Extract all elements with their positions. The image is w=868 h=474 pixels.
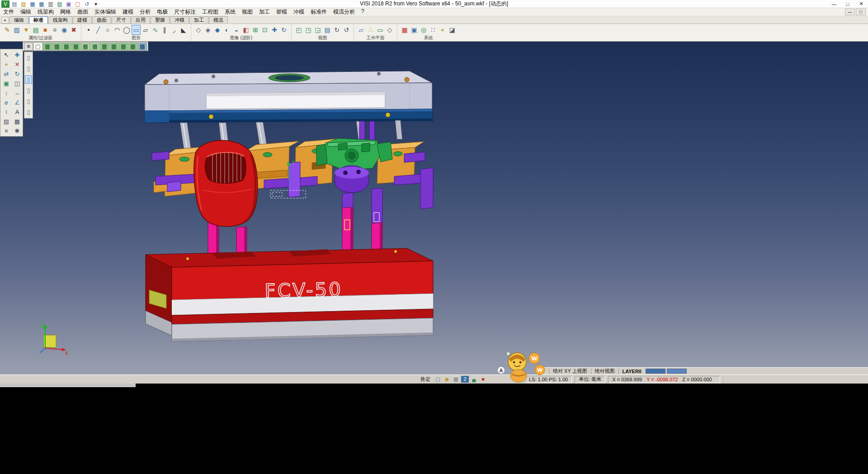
status-material-icon[interactable]: ■ — [479, 376, 487, 383]
group-icon[interactable]: ▩ — [12, 117, 22, 126]
draw-rectangle-icon[interactable]: ▭ — [132, 25, 141, 35]
entity-filter-icon[interactable]: ▼ — [22, 25, 31, 35]
open-file-icon[interactable]: ▧ — [19, 0, 28, 8]
system-colors-icon[interactable]: ▦ — [400, 25, 409, 35]
minimize-button[interactable]: — — [827, 0, 841, 8]
view-iso-icon[interactable]: ◲ — [313, 25, 322, 35]
tab-edit[interactable]: 编辑 — [9, 16, 28, 24]
menu-item-file[interactable]: 文件 — [0, 8, 17, 16]
tab-dimension[interactable]: 尺寸 — [112, 16, 131, 24]
copy-icon[interactable]: ▣ — [1, 79, 11, 88]
cube-view-iso-nw-icon[interactable]: ▦ — [71, 43, 80, 51]
draw-circle-icon[interactable]: ○ — [103, 25, 112, 35]
clipboard-slot-3-icon[interactable]: ▯ — [25, 76, 32, 84]
status-stats-icon[interactable]: ▄ — [470, 376, 478, 383]
export-icon[interactable]: ▢ — [74, 0, 82, 8]
menu-item-surface[interactable]: 曲面 — [74, 8, 91, 16]
display-settings-icon[interactable]: ▣ — [410, 25, 419, 35]
selection-mode-icon[interactable]: ✚ — [12, 50, 22, 59]
measure-icon[interactable]: ⌀ — [1, 98, 11, 107]
clipboard-slot-6-icon[interactable]: ▯ — [25, 108, 32, 116]
menu-item-wireframe[interactable]: 线架构 — [34, 8, 57, 16]
menu-item-drafting[interactable]: 工程图 — [199, 8, 222, 16]
tab-die[interactable]: 冲模 — [170, 16, 189, 24]
mold-base[interactable]: FCV-50 — [146, 248, 433, 341]
graphics-viewport[interactable]: FCV-50 Y Y X ≡▢▦▦▦▦▦▦▦▦▦▦▦ — [0, 42, 868, 374]
draw-arc-icon[interactable]: ◠ — [113, 25, 122, 35]
pan-view-icon[interactable]: ✚ — [270, 25, 279, 35]
tab-wireframe[interactable]: 线架构 — [48, 16, 72, 24]
visibility-filter-icon[interactable]: ◉ — [60, 25, 69, 35]
info-icon[interactable]: i — [1, 107, 11, 116]
view-rotate-icon[interactable]: ↻ — [332, 25, 341, 35]
undo-icon[interactable]: ↺ — [83, 0, 91, 8]
settings-icon[interactable]: ✱ — [12, 126, 22, 135]
view-mode-label[interactable]: 绝对视图 — [594, 368, 616, 374]
dynamic-section-icon[interactable]: ◧ — [241, 25, 250, 35]
cube-view-iso-se-icon[interactable]: ▦ — [43, 43, 52, 51]
select-icon[interactable]: ↖ — [1, 50, 11, 59]
active-layer-label[interactable]: LAYER0 — [621, 369, 643, 374]
draw-spline-icon[interactable]: ∿ — [151, 25, 160, 35]
tab-standard[interactable]: 标准 — [29, 16, 48, 24]
status-help-icon[interactable]: 2 — [461, 376, 469, 383]
cube-view-front-icon[interactable]: ▦ — [100, 43, 109, 51]
visi-logo-icon[interactable]: V — [1, 0, 9, 8]
menu-item-electrode[interactable]: 电极 — [154, 8, 171, 16]
menu-item-mold[interactable]: 塑模 — [273, 8, 290, 16]
zoom-fit-icon[interactable]: ⊡ — [260, 25, 269, 35]
draw-polygon-icon[interactable]: ▱ — [141, 25, 150, 35]
layer-color-swatch-1[interactable] — [646, 369, 665, 374]
render-options-icon[interactable]: ◪ — [448, 25, 457, 35]
cube-view-iso-sw-icon[interactable]: ▦ — [52, 43, 61, 51]
render-shaded-edges-icon[interactable]: ◐ — [222, 25, 231, 35]
print-icon[interactable]: ▥ — [47, 0, 55, 8]
workplane-3point-icon[interactable]: ∴ — [366, 25, 375, 35]
red-molded-part[interactable] — [194, 140, 258, 226]
view-top-icon[interactable]: ◰ — [294, 25, 303, 35]
menu-item-modeling[interactable]: 建模 — [119, 8, 137, 16]
draw-offset-icon[interactable]: ∥ — [160, 25, 169, 35]
erase-icon[interactable]: ✕ — [12, 60, 22, 69]
tab-molding[interactable]: 塑膜 — [151, 16, 170, 24]
tab-modeling[interactable]: 建模 — [73, 16, 92, 24]
cube-view-bottom-icon[interactable]: ▦ — [90, 43, 99, 51]
status-display-icon[interactable]: ▢ — [434, 376, 442, 383]
draw-fillet-icon[interactable]: ◞ — [170, 25, 179, 35]
save-icon[interactable]: ▦ — [28, 0, 37, 8]
import-icon[interactable]: ▣ — [65, 0, 73, 8]
rotate-icon[interactable]: ↻ — [12, 69, 22, 78]
workplane-entity-icon[interactable]: ▭ — [376, 25, 385, 35]
view-front-icon[interactable]: ◳ — [304, 25, 313, 35]
menu-item-dimension[interactable]: 尺寸标注 — [171, 8, 199, 16]
match-properties-icon[interactable]: ▨ — [12, 25, 21, 35]
menu-item-machining[interactable]: 加工 — [256, 8, 273, 16]
workplane-standard-icon[interactable]: ▱ — [357, 25, 366, 35]
status-capture-icon[interactable]: ◉ — [443, 376, 451, 383]
view-previous-icon[interactable]: ↺ — [342, 25, 351, 35]
cube-view-iso-ne-icon[interactable]: ▦ — [62, 43, 71, 51]
mirror-icon[interactable]: ◫ — [12, 79, 22, 88]
grid-settings-icon[interactable]: ∷ — [429, 25, 438, 35]
cube-view-right-icon[interactable]: ▦ — [128, 43, 137, 51]
model-3d[interactable]: FCV-50 Y Y X — [0, 42, 868, 374]
tab-moldflow[interactable]: 模流 — [209, 16, 228, 24]
layer-manager-icon[interactable]: ▤ — [31, 25, 40, 35]
render-hidden-line-icon[interactable]: ◈ — [203, 25, 212, 35]
layer-color-swatch-2[interactable] — [667, 369, 687, 374]
tab-application[interactable]: 应用 — [131, 16, 150, 24]
stretch-icon[interactable]: ↔ — [12, 88, 22, 97]
plot-icon[interactable]: ▨ — [56, 0, 64, 8]
workplane-view-icon[interactable]: ◇ — [385, 25, 394, 35]
tab-surface[interactable]: 曲面 — [92, 16, 111, 24]
text-icon[interactable]: A — [12, 107, 22, 116]
lock-label[interactable]: 拴定 — [420, 376, 430, 383]
draw-ellipse-icon[interactable]: ◯ — [122, 25, 131, 35]
scale-icon[interactable]: ↕ — [1, 88, 11, 97]
viewport-single-view-icon[interactable]: ▢ — [33, 43, 42, 51]
layers-icon[interactable]: ≡ — [1, 126, 11, 135]
cube-view-dynamic-icon[interactable]: ▦ — [138, 43, 147, 51]
render-transparent-icon[interactable]: ◒ — [232, 25, 241, 35]
clipboard-slot-5-icon[interactable]: ▯ — [25, 97, 32, 105]
menu-item-moldflow[interactable]: 模流分析 — [330, 8, 358, 16]
